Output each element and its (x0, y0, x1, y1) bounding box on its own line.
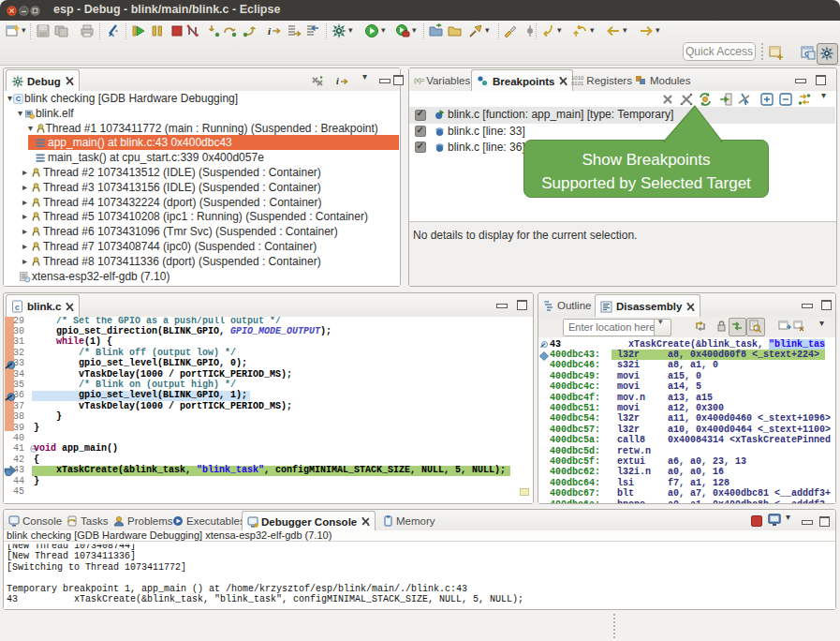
svg-text:C: C (16, 95, 22, 103)
svg-text:i: i (336, 76, 339, 86)
svg-text:c: c (15, 304, 20, 313)
svg-text:i: i (268, 25, 272, 37)
